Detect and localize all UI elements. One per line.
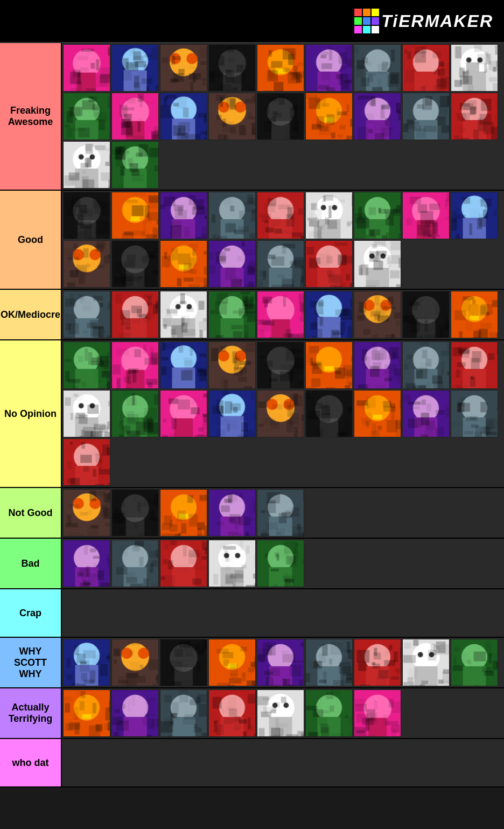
list-item[interactable] (257, 689, 304, 737)
list-item[interactable] (451, 291, 498, 338)
list-item[interactable] (257, 93, 304, 140)
list-item[interactable] (208, 489, 256, 537)
list-item[interactable] (111, 93, 159, 140)
list-item[interactable] (451, 390, 498, 437)
list-item[interactable] (111, 540, 159, 587)
list-item[interactable] (208, 240, 256, 288)
list-item[interactable] (63, 240, 110, 288)
list-item[interactable] (63, 93, 110, 140)
list-item[interactable] (305, 689, 353, 737)
list-item[interactable] (63, 291, 110, 338)
list-item[interactable] (402, 291, 450, 338)
list-item[interactable] (305, 44, 353, 92)
list-item[interactable] (257, 291, 304, 338)
list-item[interactable] (257, 489, 304, 537)
list-item[interactable] (402, 639, 450, 686)
list-item[interactable] (451, 342, 498, 389)
list-item[interactable] (63, 489, 110, 537)
list-item[interactable] (63, 44, 110, 92)
tier-content-why-scott (62, 638, 504, 687)
list-item[interactable] (111, 141, 159, 189)
list-item[interactable] (111, 390, 159, 437)
tier-row-actually-terrifying: Actually Terrifying (0, 688, 504, 739)
list-item[interactable] (257, 390, 304, 437)
list-item[interactable] (111, 240, 159, 288)
list-item[interactable] (63, 689, 110, 737)
tier-label-not-good: Not Good (0, 488, 62, 538)
list-item[interactable] (63, 192, 110, 239)
list-item[interactable] (354, 689, 401, 737)
list-item[interactable] (208, 689, 256, 737)
list-item[interactable] (354, 240, 401, 288)
list-item[interactable] (257, 639, 304, 686)
list-item[interactable] (63, 342, 110, 389)
list-item[interactable] (402, 93, 450, 140)
list-item[interactable] (402, 390, 450, 437)
list-item[interactable] (451, 93, 498, 140)
list-item[interactable] (402, 342, 450, 389)
list-item[interactable] (160, 291, 207, 338)
list-item[interactable] (257, 192, 304, 239)
tier-content-no-opinion (62, 340, 504, 487)
list-item[interactable] (208, 192, 256, 239)
list-item[interactable] (111, 639, 159, 686)
list-item[interactable] (160, 342, 207, 389)
list-item[interactable] (208, 342, 256, 389)
list-item[interactable] (111, 291, 159, 338)
list-item[interactable] (160, 639, 207, 686)
list-item[interactable] (305, 390, 353, 437)
list-item[interactable] (111, 342, 159, 389)
list-item[interactable] (402, 192, 450, 239)
list-item[interactable] (354, 639, 401, 686)
list-item[interactable] (354, 342, 401, 389)
list-item[interactable] (111, 192, 159, 239)
logo-cell (363, 9, 370, 16)
list-item[interactable] (160, 44, 207, 92)
list-item[interactable] (354, 390, 401, 437)
tier-content-crap (62, 589, 504, 637)
list-item[interactable] (305, 342, 353, 389)
list-item[interactable] (160, 192, 207, 239)
tier-row-ok: OK/Mediocre (0, 290, 504, 340)
list-item[interactable] (208, 93, 256, 140)
list-item[interactable] (160, 240, 207, 288)
list-item[interactable] (160, 390, 207, 437)
list-item[interactable] (160, 93, 207, 140)
list-item[interactable] (402, 44, 450, 92)
list-item[interactable] (63, 639, 110, 686)
list-item[interactable] (208, 639, 256, 686)
list-item[interactable] (63, 390, 110, 437)
list-item[interactable] (63, 540, 110, 587)
list-item[interactable] (257, 240, 304, 288)
list-item[interactable] (305, 93, 353, 140)
list-item[interactable] (208, 291, 256, 338)
list-item[interactable] (160, 540, 207, 587)
list-item[interactable] (451, 192, 498, 239)
list-item[interactable] (305, 639, 353, 686)
list-item[interactable] (257, 540, 304, 587)
logo-cell (372, 9, 379, 16)
list-item[interactable] (208, 390, 256, 437)
logo-cell (354, 9, 362, 16)
list-item[interactable] (257, 342, 304, 389)
list-item[interactable] (63, 438, 110, 486)
list-item[interactable] (305, 192, 353, 239)
list-item[interactable] (111, 489, 159, 537)
list-item[interactable] (111, 689, 159, 737)
list-item[interactable] (208, 540, 256, 587)
list-item[interactable] (451, 639, 498, 686)
list-item[interactable] (354, 44, 401, 92)
list-item[interactable] (160, 689, 207, 737)
list-item[interactable] (451, 44, 498, 92)
list-item[interactable] (257, 44, 304, 92)
list-item[interactable] (305, 240, 353, 288)
list-item[interactable] (354, 291, 401, 338)
list-item[interactable] (63, 141, 110, 189)
list-item[interactable] (354, 192, 401, 239)
tier-content-bad (62, 539, 504, 588)
list-item[interactable] (208, 44, 256, 92)
list-item[interactable] (305, 291, 353, 338)
list-item[interactable] (354, 93, 401, 140)
list-item[interactable] (111, 44, 159, 92)
list-item[interactable] (160, 489, 207, 537)
